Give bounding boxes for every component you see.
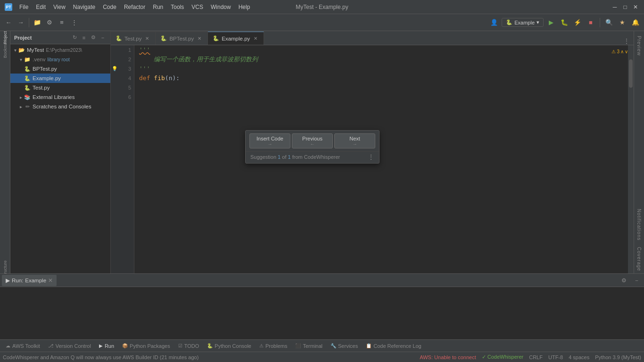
minimize-button[interactable]: ─ <box>611 3 619 11</box>
suggestion-total: 1 <box>288 154 291 160</box>
menu-vcs[interactable]: VCS <box>188 3 206 11</box>
window-title: MyTest - Example.py <box>296 4 348 10</box>
settings-button[interactable]: ⚙ <box>44 17 55 28</box>
services-tab[interactable]: 🔧 Services <box>327 341 362 351</box>
close-button[interactable]: ✕ <box>632 3 639 11</box>
indent-setting[interactable]: 4 spaces <box>569 354 589 360</box>
notification-button[interactable]: 🔔 <box>630 17 641 28</box>
extlib-label: External Libraries <box>33 94 74 100</box>
menu-run[interactable]: Run <box>149 3 166 11</box>
forward-button[interactable]: → <box>15 17 26 28</box>
tab-testpy[interactable]: 🐍 Test.py ✕ <box>111 32 156 45</box>
next-button[interactable]: Next → <box>334 133 375 148</box>
bottom-toolbar: ☁ AWS Toolkit ⎇ Version Control ▶ Run 📦 … <box>0 339 644 352</box>
menu-view[interactable]: View <box>50 3 69 11</box>
tab-examplepy[interactable]: 🐍 Example.py ✕ <box>208 32 264 45</box>
tree-external-libs[interactable]: ▸ 📚 External Libraries <box>10 92 110 102</box>
project-filter-icon[interactable]: ≡ <box>80 34 88 41</box>
line-endings[interactable]: CRLF <box>529 354 543 360</box>
tree-scratches[interactable]: ▸ ✏ Scratches and Consoles <box>10 102 110 111</box>
editor-content[interactable]: 1 2 💡 3 4 5 6 ''' 编写一个函数 <box>111 45 628 273</box>
code-content[interactable]: ''' 编写一个函数，用于生成菲波那切数列 ''' def fib(n): <box>134 45 628 273</box>
bookmarks-tool-button[interactable]: Bookmarks <box>1 43 9 52</box>
project-sync-icon[interactable]: ↻ <box>71 34 78 41</box>
profile-button[interactable]: 👤 <box>488 17 500 28</box>
project-settings-icon[interactable]: ⚙ <box>90 34 97 41</box>
run-with-coverage[interactable]: ⚡ <box>572 17 583 28</box>
tree-venv[interactable]: ▾ 📁 .venv library root <box>10 55 110 64</box>
tree-bptest[interactable]: 🐍 BPTest.py <box>10 64 110 74</box>
python-version[interactable]: Python 3.9 (MyTest) <box>595 354 641 360</box>
window-controls: ─ □ ✕ <box>611 3 639 11</box>
completion-footer: Suggestion 1 of 1 from CodeWhisperer ⋮ <box>246 151 379 163</box>
run-config-button[interactable]: 🐍 Example ▾ <box>502 18 544 27</box>
coverage-label[interactable]: Coverage <box>636 245 643 273</box>
structure-toggle[interactable]: ≡ <box>56 17 67 28</box>
structure-tool-button[interactable]: Structure <box>1 265 9 273</box>
debug-button[interactable]: 🐛 <box>559 17 570 28</box>
run-bottom-tab[interactable]: ▶ Run <box>95 341 118 351</box>
aws-toolkit-tab[interactable]: ☁ AWS Toolkit <box>2 341 44 351</box>
options-button[interactable]: ⋮ <box>68 17 80 28</box>
scratches-arrow-icon: ▸ <box>18 104 24 109</box>
back-button[interactable]: ← <box>3 17 14 28</box>
stop-button[interactable]: ■ <box>585 17 596 28</box>
bptestpy-close-button[interactable]: ✕ <box>196 35 203 42</box>
menu-tools[interactable]: Tools <box>167 3 187 11</box>
project-header-icons: ↻ ≡ ⚙ − <box>71 34 107 41</box>
search-everywhere-button[interactable]: 🔍 <box>603 17 615 28</box>
aws-status[interactable]: AWS: Unable to connect <box>420 354 476 360</box>
menu-edit[interactable]: Edit <box>33 3 49 11</box>
project-panel: Project ↻ ≡ ⚙ − ▾ 📂 MyTest E:\Pycharm202… <box>10 31 111 273</box>
code-reference-tab[interactable]: 📋 Code Reference Log <box>362 341 425 351</box>
python-packages-tab[interactable]: 📦 Python Packages <box>118 341 174 351</box>
testpy-close-button[interactable]: ✕ <box>144 35 150 42</box>
python-console-tab[interactable]: 🐍 Python Console <box>203 341 255 351</box>
tab-more-button[interactable]: ⋮ <box>619 37 634 45</box>
file-tree-button[interactable]: 📁 <box>32 17 43 28</box>
notifications-label[interactable]: Notifications <box>636 206 643 243</box>
menu-window[interactable]: Window <box>207 3 234 11</box>
terminal-tab[interactable]: ⬛ Terminal <box>291 341 326 351</box>
previous-button[interactable]: Previous ← <box>292 133 333 148</box>
run-tab-config: Run: <box>12 278 23 283</box>
tree-root[interactable]: ▾ 📂 MyTest E:\Pycharm2023\ <box>10 45 110 55</box>
preview-label[interactable]: Preview <box>636 33 643 58</box>
code-line-1: ''' <box>139 45 623 55</box>
menu-file[interactable]: File <box>16 3 32 11</box>
root-folder-icon: 📂 <box>18 46 25 54</box>
aws-label: AWS Toolkit <box>12 343 40 349</box>
testpy-tab-icon: 🐍 <box>116 35 122 41</box>
editor-scrollbar[interactable] <box>628 45 634 273</box>
menu-help[interactable]: Help <box>235 3 254 11</box>
codewhisperer-status[interactable]: ✓ CodeWhisperer <box>482 354 523 360</box>
bottom-panel: ▶ Run: Example ✕ ⚙ − <box>0 273 644 339</box>
scrollbar-thumb[interactable] <box>629 59 633 88</box>
run-tab-close[interactable]: ✕ <box>48 277 53 284</box>
menu-navigate[interactable]: Navigate <box>70 3 99 11</box>
scratches-label: Scratches and Consoles <box>33 104 91 109</box>
run-button[interactable]: ▶ <box>545 17 557 28</box>
tab-bptestpy[interactable]: 🐍 BPTest.py ✕ <box>156 32 208 45</box>
version-control-tab[interactable]: ⎇ Version Control <box>44 341 95 351</box>
panel-close-button[interactable]: − <box>631 275 642 286</box>
line-4: 4 <box>111 74 131 83</box>
maximize-button[interactable]: □ <box>621 3 629 11</box>
status-bar: CodeWhisperer and Amazon Q will now alwa… <box>0 352 644 362</box>
insert-code-button[interactable]: Insert Code → <box>249 133 290 148</box>
settings-cog-button[interactable]: ★ <box>617 17 628 28</box>
todo-tab[interactable]: ☑ TODO <box>174 341 203 351</box>
project-collapse-icon[interactable]: − <box>99 34 107 41</box>
bulb-icon[interactable]: 💡 <box>112 64 117 74</box>
menu-refactor[interactable]: Refactor <box>121 3 149 11</box>
suggestion-num: 1 <box>278 154 281 160</box>
encoding[interactable]: UTF-8 <box>548 354 563 360</box>
more-options-icon[interactable]: ⋮ <box>368 153 374 161</box>
examplepy-close-button[interactable]: ✕ <box>252 35 259 42</box>
run-tab[interactable]: ▶ Run: Example ✕ <box>2 275 57 286</box>
problems-tab[interactable]: ⚠ Problems <box>256 341 291 351</box>
tree-test[interactable]: 🐍 Test.py <box>10 83 110 92</box>
panel-settings-button[interactable]: ⚙ <box>618 275 630 286</box>
tree-example[interactable]: 🐍 Example.py <box>10 74 110 83</box>
menu-code[interactable]: Code <box>99 3 120 11</box>
